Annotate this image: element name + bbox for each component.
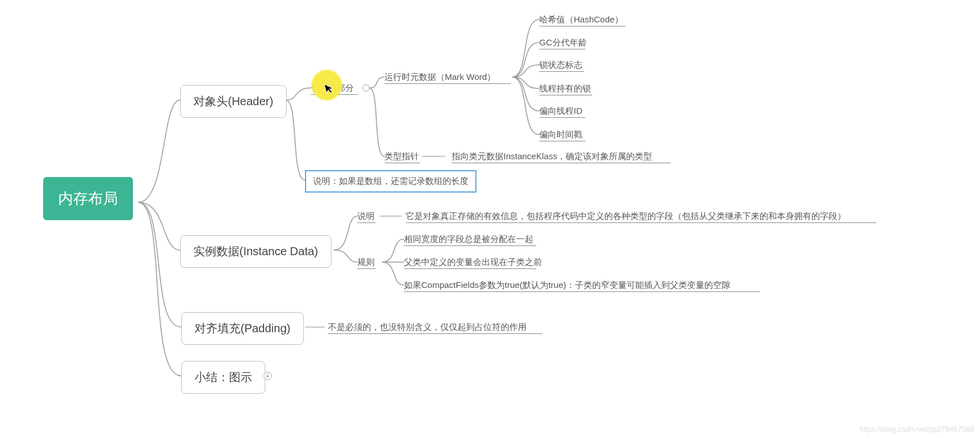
expand-icon[interactable]: + bbox=[264, 372, 272, 380]
node-biased-time[interactable]: 偏向时间戳 bbox=[539, 129, 582, 140]
biased-time-label: 偏向时间戳 bbox=[539, 129, 582, 139]
biased-thread-label: 偏向线程ID bbox=[539, 106, 582, 116]
node-gc-age[interactable]: GC分代年龄 bbox=[539, 37, 587, 48]
hashcode-label: 哈希值（HashCode） bbox=[539, 14, 623, 24]
instance-desc-text: 它是对象真正存储的有效信息，包括程序代码中定义的各种类型的字段（包括从父类继承下… bbox=[406, 211, 846, 221]
mark-word-label: 运行时元数据（Mark Word） bbox=[384, 72, 495, 82]
collapse-icon[interactable] bbox=[363, 84, 369, 91]
node-summary-label: 小结：图示 bbox=[195, 371, 252, 383]
node-instance-data[interactable]: 实例数据(Instance Data) bbox=[180, 235, 331, 268]
node-thread-lock[interactable]: 线程持有的锁 bbox=[539, 83, 591, 94]
type-ptr-desc-label: 指向类元数据InstanceKlass，确定该对象所属的类型 bbox=[452, 151, 652, 161]
padding-desc-label: 不是必须的，也没特别含义，仅仅起到占位符的作用 bbox=[328, 322, 527, 332]
node-rule-label[interactable]: 规则 bbox=[357, 257, 375, 268]
node-header-label: 对象头(Header) bbox=[193, 95, 273, 107]
node-rule-3[interactable]: 如果CompactFields参数为true(默认为true)：子类的窄变量可能… bbox=[404, 280, 730, 291]
node-instance-label: 实例数据(Instance Data) bbox=[193, 245, 318, 258]
array-note-label: 说明：如果是数组，还需记录数组的长度 bbox=[313, 176, 468, 186]
node-mark-word[interactable]: 运行时元数据（Mark Word） bbox=[384, 72, 495, 83]
rule-2-label: 父类中定义的变量会出现在子类之前 bbox=[404, 257, 542, 267]
rule-3-label: 如果CompactFields参数为true(默认为true)：子类的窄变量可能… bbox=[404, 280, 730, 290]
node-header[interactable]: 对象头(Header) bbox=[180, 85, 287, 118]
node-rule-1[interactable]: 相同宽度的字段总是被分配在一起 bbox=[404, 234, 533, 245]
node-padding-desc: 不是必须的，也没特别含义，仅仅起到占位符的作用 bbox=[328, 322, 527, 333]
type-ptr-label: 类型指针 bbox=[384, 151, 419, 161]
watermark-text: https://blog.csdn.net/qq276467589 bbox=[860, 425, 975, 433]
node-type-ptr[interactable]: 类型指针 bbox=[384, 151, 419, 162]
node-instance-desc-label[interactable]: 说明 bbox=[357, 211, 375, 222]
instance-desc-label: 说明 bbox=[357, 211, 375, 221]
node-hashcode[interactable]: 哈希值（HashCode） bbox=[539, 14, 623, 25]
node-type-ptr-desc: 指向类元数据InstanceKlass，确定该对象所属的类型 bbox=[452, 151, 652, 162]
node-biased-thread[interactable]: 偏向线程ID bbox=[539, 106, 582, 117]
node-padding[interactable]: 对齐填充(Padding) bbox=[181, 312, 304, 345]
rule-label: 规则 bbox=[357, 257, 375, 267]
node-padding-label: 对齐填充(Padding) bbox=[195, 322, 291, 335]
gc-age-label: GC分代年龄 bbox=[539, 37, 587, 47]
root-node[interactable]: 内存布局 bbox=[43, 177, 133, 220]
node-rule-2[interactable]: 父类中定义的变量会出现在子类之前 bbox=[404, 257, 542, 268]
node-array-note[interactable]: 说明：如果是数组，还需记录数组的长度 bbox=[305, 170, 476, 193]
root-label: 内存布局 bbox=[58, 190, 118, 207]
node-lock-flag[interactable]: 锁状态标志 bbox=[539, 60, 582, 71]
lock-flag-label: 锁状态标志 bbox=[539, 60, 582, 70]
watermark: https://blog.csdn.net/qq276467589 bbox=[860, 425, 975, 433]
rule-1-label: 相同宽度的字段总是被分配在一起 bbox=[404, 234, 533, 244]
thread-lock-label: 线程持有的锁 bbox=[539, 83, 591, 93]
node-instance-desc: 它是对象真正存储的有效信息，包括程序代码中定义的各种类型的字段（包括从父类继承下… bbox=[406, 211, 846, 222]
node-summary[interactable]: 小结：图示 bbox=[181, 361, 265, 394]
